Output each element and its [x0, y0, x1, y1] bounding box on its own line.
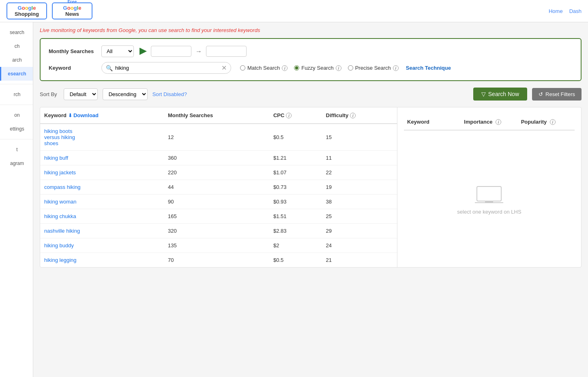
main-layout: search ch arch esearch rch on ettings — [0, 22, 588, 377]
sidebar-item-5[interactable]: on — [0, 108, 33, 122]
keyword-link[interactable]: hiking woman — [44, 199, 77, 205]
keyword-label: Keyword — [49, 65, 97, 71]
keyword-link[interactable]: hiking legging — [44, 257, 77, 263]
right-panel-placeholder: select one keyword on LHS — [457, 183, 521, 215]
keyword-search-container: 🔍 ✕ — [101, 62, 231, 74]
search-icon: 🔍 — [106, 65, 113, 71]
free-badge: Free — [67, 0, 77, 4]
results-table: Keyword ⬇ Download Mon — [40, 107, 397, 267]
precise-search-label: Precise Search — [355, 65, 391, 71]
sidebar-item-6[interactable]: ettings — [0, 122, 33, 136]
download-icon: ⬇ — [68, 113, 72, 118]
table-row: nashville hiking 320 $2.83 29 — [40, 224, 397, 238]
col-monthly: Monthly Searches — [164, 107, 269, 124]
top-nav: Google Shopping Free Google News Home Da… — [0, 0, 588, 22]
keyword-link[interactable]: compass hiking — [44, 184, 81, 190]
right-panel: Keyword Importance i Popularity i — [397, 107, 581, 267]
popularity-info-icon[interactable]: i — [550, 119, 556, 125]
filter-box: Monthly Searches All → Keyword 🔍 ✕ — [40, 38, 582, 81]
sidebar-item-0[interactable]: search — [0, 26, 33, 39]
svg-rect-0 — [477, 186, 501, 201]
precise-search-radio[interactable]: Precise Search i — [348, 65, 399, 71]
table-row: hiking buff 360 $1.21 11 — [40, 151, 397, 165]
importance-info-icon[interactable]: i — [496, 119, 501, 125]
keyword-input[interactable] — [115, 65, 219, 71]
range-to-input[interactable] — [206, 46, 247, 57]
keyword-filter-row: Keyword 🔍 ✕ Match Search i — [49, 62, 573, 74]
controls-row: Sort By Default Descending Sort Disabled… — [40, 88, 582, 101]
difficulty-info-icon[interactable]: i — [350, 113, 356, 118]
table-row: hiking jackets 220 $1.07 22 — [40, 165, 397, 180]
sidebar-item-8[interactable]: agram — [0, 156, 33, 170]
shopping-tab[interactable]: Google Shopping — [6, 2, 47, 19]
sort-disabled-link[interactable]: Sort Disabled? — [152, 91, 187, 97]
monthly-label: Monthly Searches — [49, 48, 97, 54]
right-col-importance: Importance i — [461, 114, 517, 130]
fuzzy-search-label: Fuzzy Search — [301, 65, 333, 71]
main-content: Live monitoring of keywords from Google,… — [33, 22, 588, 377]
keyword-link[interactable]: nashville hiking — [44, 228, 80, 234]
search-funnel-icon: ▽ — [481, 91, 486, 97]
table-row: compass hiking 44 $0.73 19 — [40, 180, 397, 195]
right-col-popularity: Popularity i — [518, 114, 575, 130]
right-col-keyword: Keyword — [404, 114, 461, 130]
search-technique-link[interactable]: Search Technique — [406, 65, 451, 71]
clear-icon[interactable]: ✕ — [221, 64, 227, 72]
cpc-info-icon[interactable]: i — [286, 113, 292, 118]
nav-links: Home Dash — [549, 8, 582, 14]
reset-filters-button[interactable]: ↺ Reset Filters — [532, 88, 582, 101]
col-difficulty: Difficulty i — [322, 107, 397, 124]
table-row: hiking legging 70 $0.5 21 — [40, 253, 397, 268]
fuzzy-search-radio[interactable]: Fuzzy Search i — [294, 65, 341, 71]
placeholder-icon — [473, 183, 505, 208]
keyword-link[interactable]: hiking jackets — [44, 169, 76, 176]
left-panel: Keyword ⬇ Download Mon — [40, 107, 397, 267]
shopping-label: Shopping — [15, 11, 39, 17]
search-mode-group: Match Search i Fuzzy Search i Precise Se… — [240, 65, 399, 71]
col-keyword: Keyword ⬇ Download — [40, 107, 164, 124]
keyword-link[interactable]: hiking bootsversus hikingshoes — [44, 128, 75, 146]
monthly-filter-row: Monthly Searches All → — [49, 45, 573, 57]
sidebar-item-7[interactable]: t — [0, 143, 33, 156]
dash-link[interactable]: Dash — [569, 8, 582, 14]
results-container: Keyword ⬇ Download Mon — [40, 107, 582, 268]
table-row: hiking chukka 165 $1.51 25 — [40, 209, 397, 224]
sidebar-item-3[interactable]: esearch — [0, 67, 33, 81]
table-row: hiking buddy 135 $2 24 — [40, 238, 397, 253]
keyword-link[interactable]: hiking buddy — [44, 242, 74, 248]
right-panel-hint: select one keyword on LHS — [457, 209, 521, 215]
table-row: hiking bootsversus hikingshoes 12 $0.5 1… — [40, 124, 397, 151]
match-search-radio[interactable]: Match Search i — [240, 65, 288, 71]
sort-order-select[interactable]: Descending — [103, 88, 148, 100]
keyword-link[interactable]: hiking chukka — [44, 213, 76, 219]
keyword-link[interactable]: hiking buff — [44, 155, 68, 161]
monthly-select[interactable]: All — [101, 45, 134, 57]
sidebar: search ch arch esearch rch on ettings — [0, 22, 33, 377]
search-now-button[interactable]: ▽ Search Now — [473, 88, 527, 101]
svg-rect-2 — [485, 201, 493, 203]
sidebar-item-1[interactable]: ch — [0, 39, 33, 53]
table-row: hiking woman 90 $0.93 38 — [40, 195, 397, 209]
news-tab[interactable]: Free Google News — [52, 2, 92, 19]
reset-icon: ↺ — [539, 91, 543, 97]
select-arrow-icon — [139, 48, 147, 55]
range-from-input[interactable] — [151, 46, 191, 57]
download-link[interactable]: ⬇ Download — [68, 112, 99, 118]
app-container: Google Shopping Free Google News Home Da… — [0, 0, 588, 377]
precise-info-icon[interactable]: i — [393, 65, 399, 71]
fuzzy-info-icon[interactable]: i — [336, 65, 341, 71]
match-search-label: Match Search — [247, 65, 280, 71]
sort-by-label: Sort By — [40, 91, 57, 97]
range-arrow: → — [195, 48, 202, 55]
home-link[interactable]: Home — [549, 8, 563, 14]
col-cpc: CPC i — [269, 107, 322, 124]
alert-banner: Live monitoring of keywords from Google,… — [40, 27, 582, 33]
sidebar-item-4[interactable]: rch — [0, 88, 33, 101]
news-label: News — [65, 11, 79, 17]
sidebar-item-2[interactable]: arch — [0, 53, 33, 67]
sort-default-select[interactable]: Default — [64, 88, 98, 100]
match-info-icon[interactable]: i — [282, 65, 288, 71]
